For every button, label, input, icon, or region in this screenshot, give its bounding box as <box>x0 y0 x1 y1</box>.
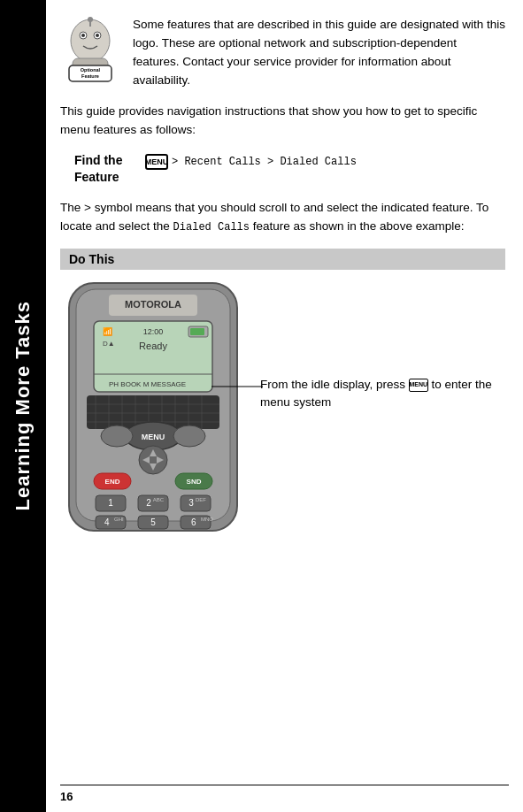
do-this-content: MOTOROLA 📶 12:00 D▲ Ready PH BOOK M MESS… <box>60 270 505 539</box>
svg-text:📶: 📶 <box>103 326 113 337</box>
svg-text:6: 6 <box>191 517 196 527</box>
svg-text:MNO: MNO <box>201 517 213 522</box>
svg-point-39 <box>101 425 133 447</box>
svg-text:2: 2 <box>146 498 151 508</box>
svg-point-40 <box>173 425 205 447</box>
find-feature-label: Find the Feature <box>74 152 136 187</box>
bottom-divider <box>60 785 509 785</box>
phone-illustration: MOTOROLA 📶 12:00 D▲ Ready PH BOOK M MESS… <box>60 279 246 539</box>
svg-text:4: 4 <box>104 517 110 527</box>
intro-description: Some features that are described in this… <box>133 16 505 90</box>
desc-text-after: feature as shown in the above example: <box>250 219 464 233</box>
nav-instructions-text: This guide provides navigation instructi… <box>60 103 505 140</box>
sidebar: Learning More Tasks <box>0 0 46 812</box>
svg-point-3 <box>81 34 85 37</box>
callout-text-before: From the idle display, press <box>260 378 409 391</box>
svg-text:PH BOOK  M  MESSAGE: PH BOOK M MESSAGE <box>109 380 186 388</box>
svg-text:MOTOROLA: MOTOROLA <box>125 299 181 310</box>
optional-feature-icon: Optional Feature <box>60 16 120 87</box>
main-content: Optional Feature Some features that are … <box>46 0 523 812</box>
svg-text:END: END <box>105 478 120 486</box>
callout-container: From the idle display, press MENU to ent… <box>260 279 505 412</box>
svg-rect-19 <box>190 328 204 335</box>
svg-text:Feature: Feature <box>81 73 99 79</box>
path-text: > Recent Calls > Dialed Calls <box>172 156 357 168</box>
do-this-section: Do This MOTOROLA 📶 12:00 <box>60 249 505 796</box>
svg-point-4 <box>96 34 99 37</box>
callout-menu-icon: MENU <box>409 379 428 392</box>
menu-icon-badge: MENU <box>145 154 168 170</box>
svg-text:3: 3 <box>188 498 194 508</box>
svg-text:Optional: Optional <box>81 67 101 73</box>
feature-path: MENU > Recent Calls > Dialed Calls <box>145 152 357 170</box>
svg-text:1: 1 <box>108 498 113 508</box>
svg-text:GHI: GHI <box>114 517 124 522</box>
svg-text:5: 5 <box>150 517 156 527</box>
callout-text: From the idle display, press MENU to ent… <box>260 376 505 412</box>
svg-text:12:00: 12:00 <box>143 327 164 336</box>
sidebar-label: Learning More Tasks <box>12 301 35 510</box>
svg-text:MENU: MENU <box>142 433 165 441</box>
page-number: 16 <box>60 790 73 803</box>
intro-section: Optional Feature Some features that are … <box>60 16 505 90</box>
description-paragraph: The > symbol means that you should scrol… <box>60 199 505 236</box>
desc-code: Dialed Calls <box>173 221 250 234</box>
do-this-header: Do This <box>60 249 505 270</box>
svg-text:Ready: Ready <box>139 341 167 351</box>
svg-text:DEF: DEF <box>196 497 206 502</box>
svg-text:D▲: D▲ <box>103 340 115 348</box>
svg-text:ABC: ABC <box>153 497 165 502</box>
svg-point-6 <box>88 17 93 22</box>
find-feature-row: Find the Feature MENU > Recent Calls > D… <box>60 152 505 187</box>
svg-text:SND: SND <box>187 478 202 486</box>
